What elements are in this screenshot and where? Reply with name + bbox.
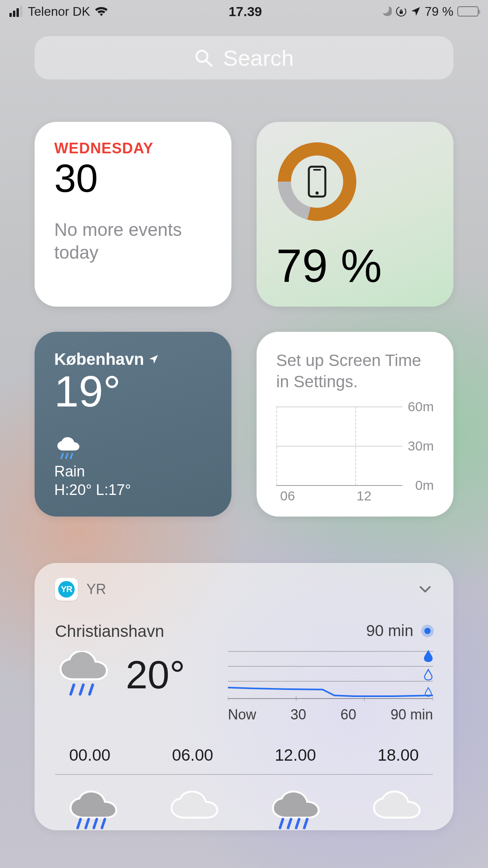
- screentime-ylabel: 60m: [408, 399, 434, 414]
- search-icon: [194, 48, 213, 67]
- rain-cloud-icon: [55, 651, 114, 698]
- svg-line-27: [304, 819, 307, 828]
- weather-temp: 19°: [54, 370, 212, 414]
- yr-hour-label: 12.00: [275, 746, 316, 765]
- screentime-chart: 60m 30m 0m 06 12: [276, 406, 434, 501]
- battery-widget[interactable]: 79 %: [257, 122, 453, 307]
- yr-hour-forecast: [164, 788, 223, 830]
- yr-hour-forecast: [265, 788, 324, 830]
- yr-spark-xlabel: 90 min: [391, 706, 433, 723]
- calendar-day-of-week: WEDNESDAY: [54, 140, 212, 157]
- svg-line-10: [80, 685, 83, 694]
- yr-widget[interactable]: YR YR Christianshavn 20° 90 min: [35, 563, 453, 830]
- weather-high-low: H:20° L:17°: [54, 482, 131, 498]
- status-bar: Telenor DK 17.39 79 %: [0, 0, 488, 23]
- battery-widget-value: 79 %: [276, 239, 382, 292]
- svg-line-26: [296, 819, 299, 828]
- status-time: 17.39: [109, 4, 382, 19]
- yr-hour-label: 18.00: [378, 746, 419, 765]
- svg-line-24: [280, 819, 283, 828]
- cellular-signal-icon: [9, 6, 22, 17]
- svg-line-25: [288, 819, 291, 828]
- carrier-name: Telenor DK: [28, 4, 90, 19]
- orientation-lock-icon: [396, 6, 407, 17]
- calendar-widget[interactable]: WEDNESDAY 30 No more events today: [35, 122, 231, 307]
- svg-point-4: [316, 191, 319, 195]
- cloud-icon: [366, 788, 425, 830]
- screentime-ylabel: 0m: [415, 478, 434, 493]
- yr-app-name: YR: [86, 581, 106, 598]
- screentime-widget[interactable]: Set up Screen Time in Settings. 60m 30m …: [257, 332, 453, 517]
- yr-hour-forecast: [366, 788, 425, 830]
- yr-spark-xlabel: 60: [341, 706, 356, 723]
- svg-line-23: [102, 819, 105, 828]
- yr-app-icon: YR: [55, 578, 78, 601]
- calendar-events-message: No more events today: [54, 219, 212, 264]
- screentime-xlabel: 12: [357, 488, 372, 504]
- wifi-icon: [94, 6, 109, 17]
- cloud-icon: [164, 788, 223, 830]
- weather-widget[interactable]: København 19° Rain H:20° L:17°: [35, 332, 231, 517]
- svg-line-22: [94, 819, 97, 828]
- rain-cloud-icon: [63, 788, 122, 830]
- rain-cloud-icon: [54, 436, 83, 461]
- svg-line-6: [61, 454, 63, 458]
- svg-line-21: [86, 819, 89, 828]
- yr-duration: 90 min: [228, 622, 433, 640]
- raindrop-icon: [424, 669, 433, 680]
- yr-hour-label: 06.00: [172, 746, 213, 765]
- do-not-disturb-icon: [382, 6, 392, 17]
- screentime-ylabel: 30m: [408, 438, 434, 454]
- yr-hour-label: 00.00: [69, 746, 110, 765]
- raindrop-icon: [424, 687, 432, 697]
- screentime-xlabel: 06: [280, 488, 295, 504]
- weather-condition: Rain: [54, 463, 131, 480]
- svg-line-2: [206, 61, 211, 66]
- svg-line-8: [71, 454, 72, 458]
- svg-line-7: [66, 454, 68, 458]
- phone-icon: [278, 142, 356, 221]
- yr-hour-forecast: [63, 788, 122, 830]
- chevron-down-icon[interactable]: [417, 581, 433, 597]
- yr-spark-xlabel: Now: [228, 706, 256, 723]
- svg-line-20: [78, 819, 81, 828]
- location-icon: [411, 6, 421, 17]
- yr-temp: 20°: [126, 652, 185, 697]
- raindrop-icon: [423, 649, 434, 662]
- calendar-day-of-month: 30: [54, 158, 212, 199]
- rain-cloud-icon: [265, 788, 324, 830]
- yr-precipitation-chart: Now 30 60 90 min: [228, 647, 433, 722]
- search-bar[interactable]: Search: [35, 36, 453, 79]
- battery-percent-text: 79 %: [425, 4, 453, 19]
- weather-city: København: [54, 350, 144, 369]
- screentime-message: Set up Screen Time in Settings.: [276, 350, 434, 392]
- svg-line-9: [71, 685, 74, 694]
- yr-location: Christianshavn: [55, 622, 216, 641]
- location-arrow-icon: [148, 354, 159, 365]
- active-dot-icon: [424, 628, 431, 634]
- yr-spark-xlabel: 30: [290, 706, 306, 723]
- svg-line-11: [90, 685, 93, 694]
- battery-icon: [457, 6, 479, 17]
- search-placeholder: Search: [223, 45, 294, 71]
